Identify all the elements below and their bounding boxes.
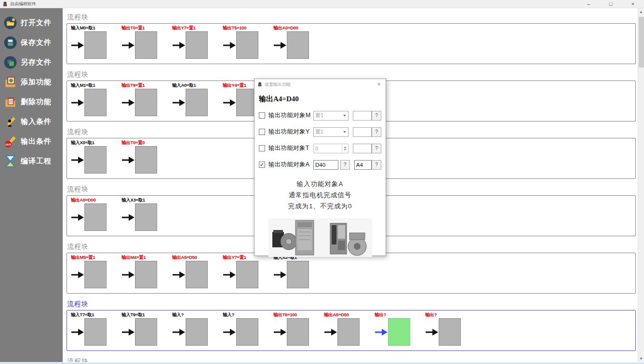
hint-line: 通常指电机完成信号 <box>255 189 386 201</box>
maximize-button[interactable]: □ <box>600 0 622 8</box>
flow-block-selected[interactable] <box>388 318 410 346</box>
flow-block[interactable] <box>84 261 107 288</box>
flow-block[interactable] <box>135 31 157 59</box>
scroll-down-icon[interactable]: ▼ <box>638 355 644 362</box>
flow-block[interactable] <box>186 31 208 59</box>
flow-arrow-icon <box>121 213 135 222</box>
flow-unit: 输出Y7=置1 <box>223 255 273 288</box>
unit-label: 输出? <box>425 312 476 318</box>
sidebar-item-label: 添加功能 <box>21 78 52 87</box>
sidebar-item-label: 打开文件 <box>21 18 52 27</box>
scrollbar-thumb[interactable] <box>639 17 644 67</box>
unit-label: 输出T0=置1 <box>121 25 172 31</box>
sidebar-item-save-file[interactable]: 保存文件 <box>0 33 63 53</box>
flow-block[interactable] <box>236 31 258 59</box>
unit-label: 输出A5=D50 <box>172 255 223 261</box>
secondary-input[interactable] <box>353 111 372 121</box>
sidebar-item-compile-project[interactable]: 编译工程 <box>0 151 63 171</box>
help-button[interactable]: ? <box>372 127 381 137</box>
flow-arrow-icon <box>273 327 287 337</box>
flow-arrow-icon <box>121 155 135 165</box>
help-button[interactable]: ? <box>372 111 381 121</box>
flow-block[interactable] <box>84 318 107 346</box>
checkbox-checked[interactable]: ✓ <box>259 162 265 168</box>
close-button[interactable]: × <box>622 0 644 8</box>
flow-arrow-icon <box>172 40 186 50</box>
help-button[interactable]: ? <box>372 160 381 170</box>
sidebar-item-label: 删除功能 <box>21 97 52 107</box>
flow-block[interactable] <box>236 318 258 346</box>
flow-block[interactable] <box>135 261 157 288</box>
flow-arrow-icon <box>121 98 135 108</box>
unit-label: 输入X0=取1 <box>71 140 121 146</box>
unit-label: 输入? <box>223 312 273 318</box>
checkbox-unchecked[interactable] <box>259 129 265 135</box>
secondary-input[interactable]: A4 <box>354 160 372 170</box>
flow-unit: 输出A5=D50 <box>172 255 223 288</box>
flow-block[interactable] <box>337 318 360 346</box>
flow-block[interactable] <box>84 89 107 116</box>
combo-select[interactable]: 置1 <box>313 127 349 137</box>
help-button[interactable]: ? <box>340 160 350 170</box>
flow-block[interactable] <box>287 31 309 59</box>
save-as-icon <box>3 56 17 69</box>
flow-unit: 输出T0=置0 <box>121 140 172 174</box>
sidebar-item-output-condition[interactable]: OUT输出条件 <box>0 132 63 151</box>
flow-block[interactable] <box>287 261 309 288</box>
sidebar-item-add-function[interactable]: 添加功能 <box>0 72 63 92</box>
value-input[interactable]: D40 <box>313 160 338 170</box>
flow-block[interactable] <box>135 318 157 346</box>
section-box[interactable]: 输入M0=取1输出T0=置1输出Y7=置1输出T5=100输出A0=D00 <box>67 23 636 64</box>
dialog-close-icon[interactable]: × <box>375 81 383 88</box>
checkbox-unchecked[interactable] <box>259 145 265 151</box>
flow-block[interactable] <box>84 203 107 231</box>
flow-block[interactable] <box>84 146 107 174</box>
flow-arrow-icon <box>121 327 135 337</box>
unit-label: 输出T5=100 <box>223 25 273 31</box>
sidebar-item-open-file[interactable]: 打开文件 <box>0 13 63 33</box>
section-box[interactable]: 输入T7=取1输入T9=取1输入?输入?输出T6=100输出A5=D50输出?输… <box>67 310 636 351</box>
number-spinner[interactable]: 0 <box>313 144 349 153</box>
flow-unit: 输出A0=D00 <box>273 25 324 59</box>
flow-block[interactable] <box>84 31 107 59</box>
flow-unit: 输出T5=100 <box>223 25 273 59</box>
flow-block[interactable] <box>135 146 157 174</box>
sidebar-item-input-condition[interactable]: 输入条件 <box>0 112 63 132</box>
sidebar: 打开文件保存文件另存文件添加功能删除功能输入条件OUT输出条件编译工程 <box>0 8 63 362</box>
sidebar-item-delete-function[interactable]: 删除功能 <box>0 92 63 112</box>
chevron-down-icon[interactable] <box>341 128 348 136</box>
flow-block[interactable] <box>287 318 309 346</box>
vertical-scrollbar[interactable]: ▲ ▼ <box>638 8 644 362</box>
dialog-titlebar[interactable]: 设置输出功能 × <box>255 79 386 90</box>
secondary-input[interactable] <box>353 144 372 153</box>
scrollbar-track[interactable] <box>638 15 644 355</box>
secondary-input[interactable] <box>353 127 372 137</box>
delete-function-icon <box>3 95 17 109</box>
section-box[interactable]: 输出M5=置1输出M4=置1输出A5=D50输出Y7=置1输入X2=取1 <box>67 253 636 294</box>
flow-arrow-icon <box>71 98 84 108</box>
dialog-app-icon <box>257 82 262 87</box>
chevron-down-icon[interactable] <box>341 111 348 120</box>
flow-unit: 输出Y7=置1 <box>172 25 223 59</box>
hint-line: 完成为1、不完成为0 <box>255 201 386 212</box>
sidebar-item-save-as[interactable]: 另存文件 <box>0 53 63 72</box>
dialog-row-label: 输出功能对象M <box>268 111 313 120</box>
window-titlebar: 自由编程软件 – □ × <box>0 0 644 8</box>
combo-select[interactable]: 置1 <box>313 111 349 121</box>
spinner-arrows-icon[interactable] <box>342 144 348 153</box>
svg-text:OUT: OUT <box>5 143 11 146</box>
flow-unit: 输入T9=取1 <box>121 312 172 346</box>
scroll-up-icon[interactable]: ▲ <box>638 8 644 15</box>
flow-block[interactable] <box>439 318 461 346</box>
flow-block[interactable] <box>186 261 208 288</box>
help-button[interactable]: ? <box>372 144 381 153</box>
flow-block[interactable] <box>186 318 208 346</box>
flow-block[interactable] <box>135 203 157 231</box>
section-title: 流程块 <box>67 70 636 79</box>
flow-block[interactable] <box>186 89 208 116</box>
checkbox-unchecked[interactable] <box>259 112 265 119</box>
flow-arrow-icon <box>71 155 84 165</box>
flow-block[interactable] <box>236 261 258 288</box>
minimize-button[interactable]: – <box>577 0 600 8</box>
flow-block[interactable] <box>135 89 157 116</box>
